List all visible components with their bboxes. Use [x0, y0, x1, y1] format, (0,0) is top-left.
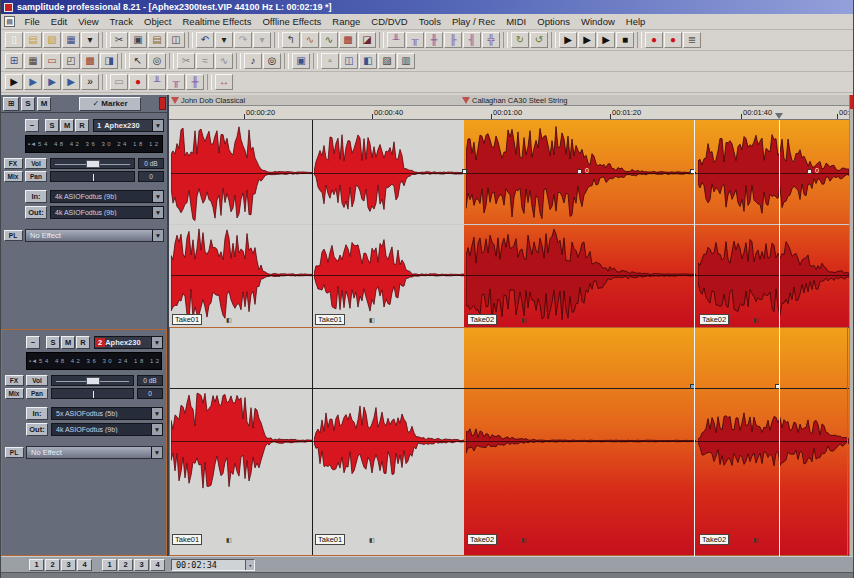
- clip-handle[interactable]: [577, 169, 582, 174]
- loop-mode-icon[interactable]: ↻: [511, 32, 529, 48]
- time-ruler[interactable]: 00:00:2000:00:4000:01:0000:01:2000:01:40…: [169, 106, 849, 120]
- play-once-icon[interactable]: ▶: [559, 32, 577, 48]
- mix-button[interactable]: Mix: [5, 388, 24, 399]
- import-audio-icon[interactable]: ▧: [43, 32, 61, 48]
- play-cursor-2-icon[interactable]: ▶: [24, 74, 42, 90]
- snap-icon[interactable]: ↰: [282, 32, 300, 48]
- scrub-listen-icon[interactable]: ♪: [244, 53, 262, 69]
- paste-icon[interactable]: ▤: [148, 32, 166, 48]
- timeline-marker[interactable]: Callaghan CA30 Steel String: [462, 95, 567, 106]
- curve-mode-icon[interactable]: ∿: [215, 53, 233, 69]
- effect-select[interactable]: No Effect▼: [25, 229, 164, 242]
- dropdown-arrow-icon[interactable]: ▼: [151, 424, 162, 435]
- menu-view[interactable]: View: [73, 16, 104, 27]
- menu-track[interactable]: Track: [104, 16, 138, 27]
- plugins-button[interactable]: PL: [5, 447, 24, 458]
- menu-range[interactable]: Range: [327, 16, 366, 27]
- link-objects-icon[interactable]: ▣: [292, 53, 310, 69]
- anchor-start-icon[interactable]: ╨: [148, 74, 166, 90]
- menu-cd-dvd[interactable]: CD/DVD: [366, 16, 413, 27]
- set-marker-icon[interactable]: ╫: [425, 32, 443, 48]
- solo-button[interactable]: S: [46, 336, 60, 349]
- play-cursor-4-icon[interactable]: ▶: [62, 74, 80, 90]
- preset-1-button-2[interactable]: 2: [45, 559, 60, 571]
- input-device-select[interactable]: 4k ASIOFodtus (9b)▼: [50, 190, 164, 203]
- time-display-window-icon[interactable]: ◰: [62, 53, 80, 69]
- volume-slider-handle[interactable]: [86, 160, 100, 168]
- fx-button[interactable]: FX: [4, 158, 23, 169]
- timeline-marker[interactable]: John Dob Classical: [171, 95, 245, 106]
- wave-edit-icon[interactable]: ◧: [359, 53, 377, 69]
- menu-edit[interactable]: Edit: [45, 16, 72, 27]
- time-spinner[interactable]: ◂: [245, 560, 254, 570]
- menu-realtime-effects[interactable]: Realtime Effects: [177, 16, 257, 27]
- fx-button[interactable]: FX: [5, 375, 24, 386]
- track-name-field[interactable]: 2Aphex230▼: [94, 336, 163, 349]
- output-device-select[interactable]: 4k ASIOFodtus (9b)▼: [51, 423, 163, 436]
- preset-1-button-1[interactable]: 1: [29, 559, 44, 571]
- time-display[interactable]: 00:02:34 ◂: [171, 559, 255, 571]
- volume-slider[interactable]: [50, 158, 135, 169]
- save-options-dropdown[interactable]: ▾: [81, 32, 99, 48]
- object-color-icon[interactable]: ◪: [358, 32, 376, 48]
- redo-dropdown[interactable]: ▾: [253, 32, 271, 48]
- collapse-track-button[interactable]: −: [25, 119, 39, 132]
- stretch-mode-icon[interactable]: ≈: [196, 53, 214, 69]
- preset-2-button-1[interactable]: 1: [102, 559, 117, 571]
- marker-mode-button[interactable]: ✓ Marker: [79, 97, 141, 111]
- mix-button[interactable]: Mix: [4, 171, 23, 182]
- track-color-icon[interactable]: ▩: [339, 32, 357, 48]
- pan-slider[interactable]: [50, 171, 135, 182]
- input-device-select[interactable]: 5x ASIOFodtus (5b)▼: [51, 407, 163, 420]
- marker-left-icon[interactable]: ╟: [444, 32, 462, 48]
- range-end-marker-icon[interactable]: ╥: [406, 32, 424, 48]
- track-name-field[interactable]: 1Aphex230▼: [93, 119, 164, 132]
- preset-2-button-2[interactable]: 2: [118, 559, 133, 571]
- zoom-mode-icon[interactable]: ◎: [263, 53, 281, 69]
- clip-handle[interactable]: [462, 169, 467, 174]
- track-name-dropdown-icon[interactable]: ▼: [152, 120, 163, 131]
- fade-tool-icon[interactable]: ∿: [301, 32, 319, 48]
- open-folder-icon[interactable]: ▤: [24, 32, 42, 48]
- playhead[interactable]: [779, 120, 780, 556]
- track-grid-button[interactable]: ⊞: [3, 97, 19, 111]
- mixer-window-icon[interactable]: ▦: [24, 53, 42, 69]
- meter-arrow-icon[interactable]: ▪◄: [26, 141, 38, 147]
- effect-select[interactable]: No Effect▼: [26, 446, 163, 459]
- menu-play-rec[interactable]: Play / Rec: [446, 16, 500, 27]
- manager-window-icon[interactable]: ◨: [100, 53, 118, 69]
- track-lane-1[interactable]: Take01◧Take01◧Take02◧Take02◧00: [169, 120, 849, 328]
- volume-slider[interactable]: [51, 375, 134, 386]
- meter-arrow-icon[interactable]: ▪◄: [27, 358, 39, 364]
- undo-icon[interactable]: ↶: [196, 32, 214, 48]
- redo-icon[interactable]: ↷: [234, 32, 252, 48]
- record-offset-icon[interactable]: ●: [129, 74, 147, 90]
- curve-edit-icon[interactable]: ◫: [340, 53, 358, 69]
- preset-2-button-3[interactable]: 3: [134, 559, 149, 571]
- split-object-icon[interactable]: ◫: [167, 32, 185, 48]
- mute-button[interactable]: M: [61, 336, 75, 349]
- ruler-playhead-marker[interactable]: [775, 113, 783, 119]
- menu-options[interactable]: Options: [532, 16, 576, 27]
- record-indicator[interactable]: [159, 97, 166, 110]
- punch-mode-icon[interactable]: ↺: [530, 32, 548, 48]
- menu-window[interactable]: Window: [576, 16, 621, 27]
- cut-mode-icon[interactable]: ✂: [177, 53, 195, 69]
- anchor-mid-icon[interactable]: ╥: [167, 74, 185, 90]
- menu-file[interactable]: File: [19, 16, 45, 27]
- record-arm-button[interactable]: R: [75, 119, 89, 132]
- copy-icon[interactable]: ▣: [129, 32, 147, 48]
- punch-grid-icon[interactable]: ≣: [683, 32, 701, 48]
- dropdown-arrow-icon[interactable]: ▼: [152, 191, 163, 202]
- spectral-view-icon[interactable]: ▨: [378, 53, 396, 69]
- dropdown-arrow-icon[interactable]: ▼: [151, 408, 162, 419]
- mute-button[interactable]: M: [60, 119, 74, 132]
- grid-view-icon[interactable]: ▥: [397, 53, 415, 69]
- menu-offline-effects[interactable]: Offline Effects: [257, 16, 327, 27]
- output-device-select[interactable]: 4k ASIOFodtus (9b)▼: [50, 206, 164, 219]
- mouse-arrow-mode-icon[interactable]: ↖: [129, 53, 147, 69]
- save-icon[interactable]: ▦: [62, 32, 80, 48]
- track-name-dropdown-icon[interactable]: ▼: [151, 337, 162, 348]
- vip-window-icon[interactable]: ⊞: [5, 53, 23, 69]
- visualization-window-icon[interactable]: ▩: [81, 53, 99, 69]
